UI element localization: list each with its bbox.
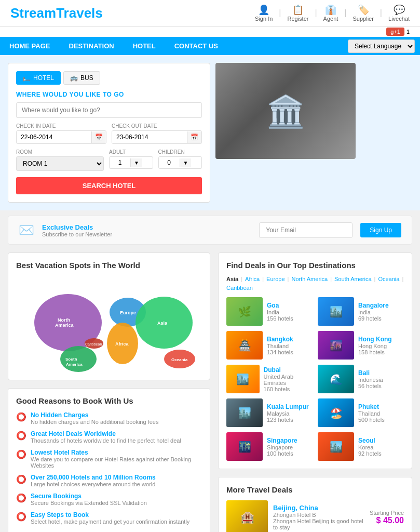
dest-info-bali: Bali Indonesia 56 hotels	[358, 369, 383, 389]
register-button[interactable]: 📋 Register	[287, 4, 308, 22]
dest-hotels-hongkong: 158 hotels	[358, 349, 392, 355]
supplier-button[interactable]: 🏷️ Supplier	[353, 4, 374, 22]
search-hotel-button[interactable]: SEARCH HOTEL	[16, 177, 202, 194]
nav-item-hotel[interactable]: HOTEL	[124, 37, 165, 55]
children-input-wrap: ▼	[158, 156, 202, 169]
dest-hotels-phuket: 500 hotels	[358, 417, 385, 423]
adult-decrement[interactable]: ▼	[130, 158, 142, 167]
children-label: CHILDREN	[158, 149, 202, 155]
register-icon: 📋	[292, 4, 304, 16]
supplier-label: Supplier	[353, 16, 374, 22]
dest-hotels-bangkok: 134 hotels	[267, 349, 293, 355]
checkin-label: CHECK IN DATE	[16, 123, 106, 129]
where-input[interactable]	[16, 102, 202, 118]
dest-name-seoul[interactable]: Seoul	[358, 437, 382, 444]
dest-item-bali: 🌊 Bali Indonesia 56 hotels	[318, 365, 404, 393]
dest-thumb-phuket[interactable]: 🏖️	[318, 398, 354, 427]
dest-thumb-seoul[interactable]: 🏙️	[318, 432, 354, 461]
hotel-tab[interactable]: 🛏️ HOTEL	[16, 71, 61, 85]
newsletter-signup-button[interactable]: Sign Up	[360, 223, 401, 237]
signin-label: Sign In	[255, 16, 273, 22]
search-section: 🛏️ HOTEL 🚌 BUS WHERE WOULD YOU LIKE TO G…	[0, 55, 420, 210]
deal-thumb-beijing[interactable]: 🏨	[226, 500, 268, 532]
deal-starting-label-beijing: Starting Price	[370, 510, 404, 516]
svg-text:South: South	[65, 357, 77, 362]
checkin-input[interactable]	[17, 131, 91, 143]
livechat-button[interactable]: 💬 Livechat	[388, 4, 410, 22]
dest-name-bangalore[interactable]: Bangalore	[358, 302, 389, 309]
dest-hotels-bali: 56 hotels	[358, 383, 383, 389]
signin-button[interactable]: 👤 Sign In	[255, 4, 273, 22]
travel-deals-title: More Travel Deals	[226, 485, 404, 494]
svg-text:America: America	[66, 362, 83, 367]
dest-name-bali[interactable]: Bali	[358, 369, 383, 377]
dest-name-dubai[interactable]: Dubai	[264, 366, 313, 374]
nav-bar: HOME PAGE DESTINATION HOTEL CONTACT US S…	[0, 37, 420, 55]
region-tab-europe[interactable]: Europe	[266, 276, 284, 282]
dest-thumb-bangkok[interactable]: 🏯	[226, 331, 263, 360]
deal-hotel-beijing: Zhongan Hotel B	[273, 512, 364, 518]
dest-thumb-bangalore[interactable]: 🏙️	[318, 297, 354, 326]
deal-name-beijing[interactable]: Beijing, China	[273, 504, 364, 512]
dest-name-hongkong[interactable]: Hong Kong	[358, 336, 392, 343]
reason-icon-3: ⭕	[16, 474, 26, 484]
checkin-calendar-icon[interactable]: 📅	[91, 131, 106, 143]
hotel-tab-icon: 🛏️	[23, 74, 31, 82]
room-select[interactable]: ROOM 1 ROOM 2	[16, 156, 104, 171]
region-tab-northamerica[interactable]: North America	[291, 276, 328, 282]
room-label: ROOM	[16, 149, 104, 155]
adult-input[interactable]	[110, 157, 130, 168]
agent-button[interactable]: 👔 Agent	[323, 4, 338, 22]
livechat-icon: 💬	[394, 4, 405, 16]
dest-thumb-goa[interactable]: 🌿	[226, 297, 263, 326]
deal-info-beijing: Beijing, China Zhongan Hotel B Zhongan H…	[273, 504, 364, 530]
region-tab-oceania[interactable]: Oceania	[378, 276, 399, 282]
reasons-title: Good Reasons to Book With Us	[16, 396, 202, 405]
nav-item-destination[interactable]: DESTINATION	[60, 37, 124, 55]
dest-country-bangalore: India	[358, 309, 389, 315]
reason-item-2: ⭕ Lowest Hotel Rates We dare you to comp…	[16, 449, 202, 469]
dest-name-bangkok[interactable]: Bangkok	[267, 336, 293, 343]
main-content: Best Vacation Spots in The World North A…	[8, 252, 412, 532]
region-tab-caribbean[interactable]: Caribbean	[226, 285, 253, 291]
right-column: Find Deals in Our Top Destinations Asia …	[218, 252, 412, 532]
reason-item-5: ⭕ Easy Steps to Book Select hotel, make …	[16, 511, 202, 525]
dest-thumb-singapore[interactable]: 🌃	[226, 432, 263, 461]
nav-item-contact[interactable]: CONTACT US	[165, 37, 227, 55]
dest-name-kl[interactable]: Kuala Lumpur	[267, 403, 309, 410]
checkout-input[interactable]	[112, 131, 187, 143]
language-selector[interactable]: Select Language English French Spanish G…	[348, 39, 415, 53]
room-row: ROOM ROOM 1 ROOM 2 ADULT ▼ CHILDREN	[16, 149, 202, 171]
reason-desc-1: Thousands of hotels worldwide to find th…	[31, 437, 181, 444]
dest-item-kl: 🏙️ Kuala Lumpur Malaysia 123 hotels	[226, 398, 313, 427]
dest-thumb-hongkong[interactable]: 🌆	[318, 331, 354, 360]
newsletter-email-input[interactable]	[259, 222, 353, 238]
left-column: Best Vacation Spots in The World North A…	[8, 252, 210, 532]
adult-input-wrap: ▼	[109, 156, 153, 169]
dest-name-phuket[interactable]: Phuket	[358, 403, 385, 410]
sep1: |	[279, 8, 281, 18]
region-tab-asia[interactable]: Asia	[226, 276, 238, 282]
dest-thumb-dubai[interactable]: 🏙️	[226, 365, 260, 393]
region-tab-africa[interactable]: Africa	[245, 276, 260, 282]
dest-name-goa[interactable]: Goa	[267, 302, 293, 309]
dest-thumb-kl[interactable]: 🏙️	[226, 398, 263, 427]
gplus-button[interactable]: g+1	[386, 28, 404, 36]
dest-thumb-bali[interactable]: 🌊	[318, 365, 354, 393]
children-input[interactable]	[159, 157, 180, 168]
dest-info-goa: Goa India 156 hotels	[267, 302, 293, 322]
date-row: CHECK IN DATE 📅 CHECK OUT DATE 📅	[16, 123, 202, 144]
children-decrement[interactable]: ▼	[180, 158, 192, 167]
destinations-grid: 🌿 Goa India 156 hotels 🏙️ Bangalore Indi…	[226, 297, 404, 461]
dest-name-singapore[interactable]: Singapore	[267, 437, 297, 444]
dest-country-seoul: Korea	[358, 444, 382, 450]
reason-title-1: Great Hotel Deals Worldwide	[31, 430, 181, 437]
nav-item-home[interactable]: HOME PAGE	[0, 37, 60, 55]
newsletter-text: Exclusive Deals Subscribe to our Newslet…	[42, 223, 251, 237]
bus-tab[interactable]: 🚌 BUS	[63, 71, 100, 85]
region-tab-southamerica[interactable]: South America	[334, 276, 372, 282]
checkout-calendar-icon[interactable]: 📅	[187, 131, 201, 143]
language-dropdown[interactable]: Select Language English French Spanish G…	[348, 39, 415, 53]
checkout-input-wrap: 📅	[112, 130, 202, 144]
reason-desc-0: No hidden charges and No additional book…	[31, 419, 158, 425]
